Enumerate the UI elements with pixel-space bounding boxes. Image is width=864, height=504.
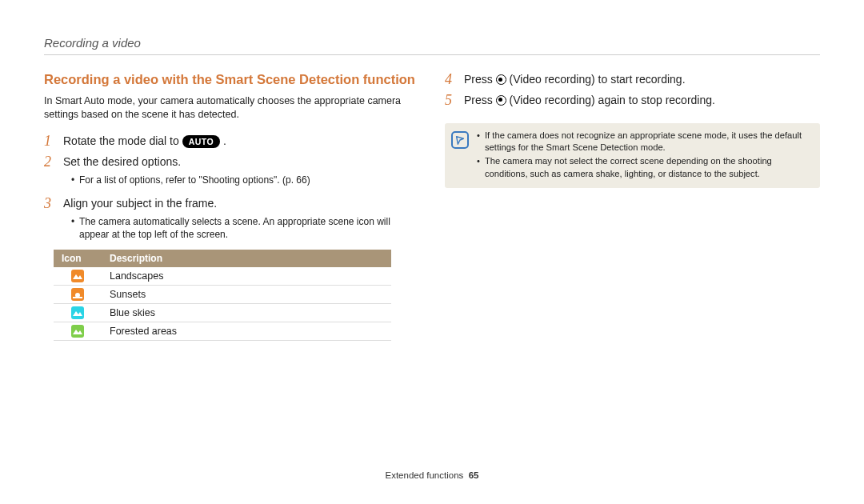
note-item: If the camera does not recognize an appr… [477,130,812,154]
step-text: Align your subject in the frame. [63,195,419,211]
landscape-icon [71,270,84,282]
step-number: 1 [44,133,55,150]
table-cell-desc: Forested areas [102,322,391,340]
step-text: Set the desired options. [63,154,419,170]
sunset-icon [71,288,84,301]
svg-rect-1 [73,297,82,298]
table-row: Blue skies [54,303,391,322]
footer-section: Extended functions [385,470,463,480]
record-button-icon [496,95,506,106]
step-2: 2 Set the desired options. [44,154,419,171]
intro-paragraph: In Smart Auto mode, your camera automati… [44,94,419,122]
step-text: Press (Video recording) to start recordi… [464,71,820,87]
right-column: 4 Press (Video recording) to start recor… [445,71,820,341]
auto-mode-pill-icon: AUTO [182,135,221,148]
step-2-sublist: For a list of options, refer to "Shootin… [44,174,419,186]
section-title: Recording a video with the Smart Scene D… [44,71,419,88]
table-row: Forested areas [54,322,391,340]
step-number: 2 [44,154,55,171]
table-cell-desc: Landscapes [102,267,391,286]
step-number: 4 [445,71,456,89]
scene-icon-table: Icon Description Landscapes Sunsets Blue… [54,250,391,341]
table-header-desc: Description [102,250,391,267]
table-cell-desc: Blue skies [102,303,391,322]
step-5-pre: Press [464,94,496,106]
step-1-pre: Rotate the mode dial to [63,134,182,147]
table-row: Sunsets [54,285,391,303]
bluesky-icon [71,306,84,319]
content-columns: Recording a video with the Smart Scene D… [0,55,864,341]
running-header: Recording a video [44,0,820,55]
step-3-bullet: The camera automatically selects a scene… [71,215,419,241]
note-box: If the camera does not recognize an appr… [445,123,820,187]
step-1-post: . [220,134,226,147]
step-4-pre: Press [464,73,496,86]
note-info-icon [451,131,469,149]
page-footer: Extended functions 65 [0,470,864,480]
step-5: 5 Press (Video recording) again to stop … [445,92,820,110]
step-4: 4 Press (Video recording) to start recor… [445,71,820,89]
note-item: The camera may not select the correct sc… [477,155,812,179]
step-5-post: (Video recording) again to stop recordin… [506,94,715,106]
table-header-icon: Icon [54,250,102,267]
forest-icon [71,325,84,338]
step-2-bullet: For a list of options, refer to "Shootin… [71,174,419,186]
step-1: 1 Rotate the mode dial to AUTO . [44,133,419,150]
step-4-post: (Video recording) to start recording. [506,73,686,86]
note-list: If the camera does not recognize an appr… [477,130,812,181]
step-text: Press (Video recording) again to stop re… [464,92,820,108]
step-3: 3 Align your subject in the frame. [44,195,419,213]
step-3-sublist: The camera automatically selects a scene… [44,215,419,241]
step-number: 3 [44,195,55,213]
table-row: Landscapes [54,267,391,286]
record-button-icon [496,74,506,85]
footer-page-number: 65 [469,470,479,480]
step-text: Rotate the mode dial to AUTO . [63,133,419,149]
step-number: 5 [445,92,456,110]
table-cell-desc: Sunsets [102,285,391,303]
left-column: Recording a video with the Smart Scene D… [44,71,419,341]
